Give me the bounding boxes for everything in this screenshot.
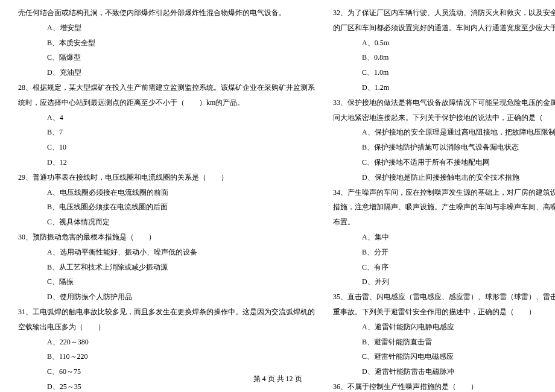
option: A、避雷针能防闪电静电感应 xyxy=(333,320,555,334)
option: C、隔振 xyxy=(18,275,315,289)
question-34-cont2: 布置。 xyxy=(333,215,555,229)
option: A、保护接地的安全原理是通过高电阻接地，把故障电压限制在安全范围以内 xyxy=(333,125,555,139)
option: D、保护接地是防止间接接触电击的安全技术措施 xyxy=(333,171,555,185)
option: C、视具体情况而定 xyxy=(18,215,315,229)
left-column: 壳任何结合面或结构孔洞，不致使内部爆炸引起外部爆炸性混合物爆炸的电气设备。 A、… xyxy=(18,6,315,392)
option: C、10 xyxy=(18,141,315,154)
question-28-cont: 统时，应选择中心站到最远测点的距离至少不小于（ ）km的产品。 xyxy=(18,96,315,110)
option: D、12 xyxy=(18,156,315,169)
option: C、隔爆型 xyxy=(18,51,315,65)
option: B、本质安全型 xyxy=(18,36,315,50)
question-28: 28、根据规定，某大型煤矿在投入生产前需建立监测监控系统。该煤矿企业在采购矿井监… xyxy=(18,81,315,95)
option: C、1.0m xyxy=(333,66,555,80)
option: A、4 xyxy=(18,111,315,125)
page-footer: 第 4 页 共 12 页 xyxy=(0,372,555,386)
option: A、集中 xyxy=(333,230,555,244)
option: C、保护接地不适用于所有不接地配电网 xyxy=(333,156,555,169)
option: A、电压线圈必须接在电流线圈的前面 xyxy=(18,186,315,200)
question-33-cont: 同大地紧密地连接起来。下列关于保护接地的说法中，正确的是（ ） xyxy=(333,111,555,125)
question-33: 33、保护接地的做法是将电气设备故障情况下可能呈现危险电压的金属部位经接地线、接… xyxy=(333,96,555,110)
question-31: 31、工电弧焊的触电事故比较多见，而且多发生在更换焊条的操作中。这是因为交流弧焊… xyxy=(18,305,315,319)
question-29: 29、普通功率表在接线时，电压线圈和电流线圈的关系是（ ） xyxy=(18,171,315,185)
question-intro: 壳任何结合面或结构孔洞，不致使内部爆炸引起外部爆炸性混合物爆炸的电气设备。 xyxy=(18,6,315,20)
option: B、110～220 xyxy=(18,350,315,364)
question-35: 35、直击雷、闪电感应（雷电感应、感应雷）、球形雷（球雷）、雷击电磁脉冲都可能造… xyxy=(333,290,555,304)
option: B、避雷针能防直击雷 xyxy=(333,335,555,349)
option: B、7 xyxy=(18,125,315,139)
option: A、0.5m xyxy=(333,36,555,50)
question-34-cont: 措施，注意增加隔声、吸声设施。产生噪声的车间与非噪声车间、高噪声与低噪声车间应（… xyxy=(333,200,555,214)
right-column: 32、为了保证厂区内车辆行驶、人员流动、消防灭火和救灾，以及安全运送材料等需要，… xyxy=(333,6,555,392)
option: A、增安型 xyxy=(18,21,315,35)
option: A、选用动平衡性能好、振动小、噪声低的设备 xyxy=(18,245,315,259)
question-30: 30、预防振动危害的最根本措施是（ ） xyxy=(18,230,315,244)
question-31-cont: 空载输出电压多为（ ） xyxy=(18,320,315,334)
option: B、0.8m xyxy=(333,51,555,65)
option: B、分开 xyxy=(333,245,555,259)
question-32: 32、为了保证厂区内车辆行驶、人员流动、消防灭火和救灾，以及安全运送材料等需要，… xyxy=(333,6,555,20)
option: D、充油型 xyxy=(18,66,315,80)
option: C、有序 xyxy=(333,261,555,274)
question-34: 34、产生噪声的车间，应在控制噪声发生源的基础上，对厂房的建筑设计采取减轻噪声影… xyxy=(333,186,555,200)
option: D、使用防振个人防护用品 xyxy=(18,290,315,304)
option: D、1.2m xyxy=(333,81,555,95)
question-32-cont: 的厂区和车间都必须设置完好的通道。车间内人行通道宽度至少应大于（ ） xyxy=(333,21,555,35)
option: A、220～380 xyxy=(18,335,315,349)
option: B、保护接地防护措施可以消除电气设备漏电状态 xyxy=(333,141,555,154)
question-35-cont: 重事故。下列关于避雷针安全作用的描述中，正确的是（ ） xyxy=(333,305,555,319)
option: B、从工艺和技术上消除或减少振动源 xyxy=(18,261,315,274)
option: C、避雷针能防闪电电磁感应 xyxy=(333,350,555,364)
option: D、并列 xyxy=(333,275,555,289)
option: B、电压线圈必须接在电流线圈的后面 xyxy=(18,200,315,214)
